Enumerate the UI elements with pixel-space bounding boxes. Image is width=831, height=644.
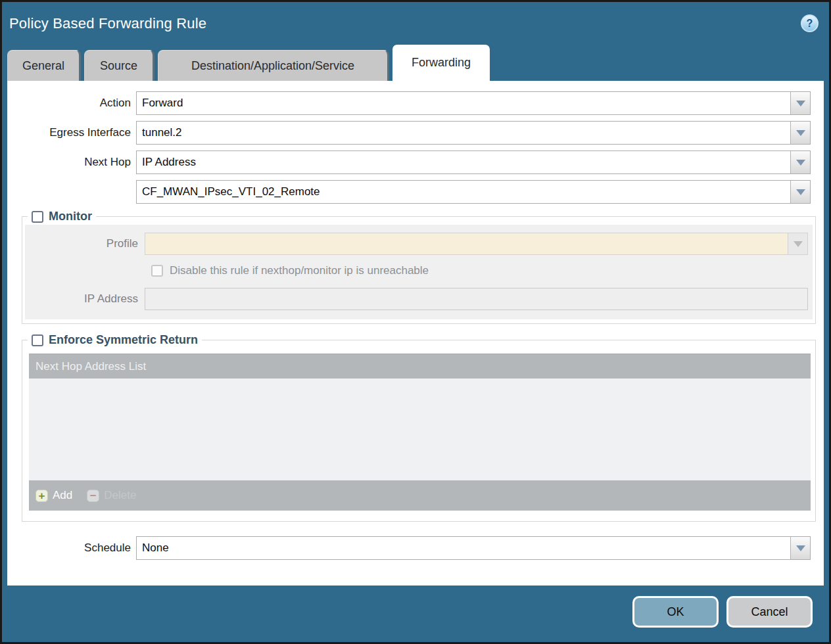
delete-button-label: Delete [104, 489, 136, 502]
next-hop-address-value: CF_MWAN_IPsec_VTI_02_Remote [137, 181, 790, 203]
chevron-down-icon [796, 130, 805, 136]
profile-dropdown-button [788, 233, 807, 254]
add-button[interactable]: + Add [36, 489, 72, 502]
next-hop-address-list-header: Next Hop Address List [29, 354, 811, 379]
profile-label: Profile [25, 237, 145, 250]
next-hop-type-select[interactable]: IP Address [136, 150, 811, 174]
monitor-ip-row: IP Address [25, 288, 813, 310]
schedule-value: None [137, 537, 790, 559]
disable-rule-label: Disable this rule if nexthop/monitor ip … [170, 264, 429, 277]
schedule-select[interactable]: None [136, 536, 811, 560]
tab-destination-application-service[interactable]: Destination/Application/Service [158, 50, 389, 81]
chevron-down-icon [796, 101, 805, 106]
next-hop-row: Next Hop IP Address [7, 150, 824, 174]
profile-select [145, 233, 808, 255]
disable-rule-checkbox [151, 265, 163, 277]
symmetric-return-legend-label: Enforce Symmetric Return [49, 333, 198, 347]
symmetric-return-legend: Enforce Symmetric Return [28, 333, 202, 347]
profile-value [145, 233, 788, 254]
next-hop-address-select[interactable]: CF_MWAN_IPsec_VTI_02_Remote [136, 180, 811, 204]
action-value: Forward [137, 92, 790, 114]
tab-forwarding[interactable]: Forwarding [392, 45, 490, 81]
next-hop-address-dropdown-button[interactable] [790, 181, 810, 203]
schedule-dropdown-button[interactable] [790, 537, 810, 559]
symmetric-return-fieldset: Enforce Symmetric Return Next Hop Addres… [22, 333, 816, 522]
monitor-fieldset: Monitor Profile Disable this rule if nex… [22, 210, 816, 324]
egress-interface-dropdown-button[interactable] [790, 122, 810, 144]
next-hop-type-value: IP Address [137, 151, 790, 173]
action-select[interactable]: Forward [136, 91, 811, 115]
disable-rule-row: Disable this rule if nexthop/monitor ip … [151, 264, 813, 277]
minus-icon: − [87, 490, 99, 502]
monitor-ip-input [145, 288, 808, 310]
egress-interface-label: Egress Interface [7, 126, 136, 139]
monitor-legend: Monitor [28, 210, 96, 223]
action-row: Action Forward [7, 91, 824, 115]
tab-source[interactable]: Source [84, 50, 154, 81]
dialog-titlebar: Policy Based Forwarding Rule ? [2, 2, 829, 45]
monitor-checkbox[interactable] [32, 211, 43, 223]
delete-button: − Delete [87, 489, 136, 502]
schedule-label: Schedule [7, 541, 136, 555]
action-label: Action [7, 97, 136, 110]
tab-general[interactable]: General [7, 50, 81, 81]
next-hop-address-list-body[interactable] [29, 379, 811, 480]
schedule-row: Schedule None [7, 536, 824, 560]
egress-interface-row: Egress Interface tunnel.2 [7, 121, 824, 145]
chevron-down-icon [796, 189, 805, 195]
pbf-rule-dialog: Policy Based Forwarding Rule ? General S… [0, 0, 831, 644]
monitor-panel: Profile Disable this rule if nexthop/mon… [25, 225, 813, 319]
ok-button[interactable]: OK [632, 596, 719, 628]
chevron-down-icon [796, 545, 805, 551]
dialog-footer: OK Cancel [2, 582, 829, 642]
profile-row: Profile [25, 233, 813, 255]
plus-icon: + [36, 490, 48, 502]
chevron-down-icon [796, 160, 805, 166]
next-hop-dropdown-button[interactable] [790, 151, 810, 173]
symmetric-return-checkbox[interactable] [32, 334, 43, 346]
table-toolbar: + Add − Delete [29, 480, 811, 511]
monitor-ip-label: IP Address [25, 292, 145, 306]
action-dropdown-button[interactable] [790, 92, 810, 114]
egress-interface-value: tunnel.2 [137, 122, 790, 144]
dialog-title: Policy Based Forwarding Rule [9, 15, 206, 32]
next-hop-label: Next Hop [7, 156, 136, 169]
next-hop-address-list-table: Next Hop Address List + Add − Delete [29, 354, 811, 511]
egress-interface-select[interactable]: tunnel.2 [136, 121, 811, 145]
next-hop-address-row: CF_MWAN_IPsec_VTI_02_Remote [7, 180, 824, 204]
tab-bar: General Source Destination/Application/S… [2, 45, 829, 81]
cancel-button[interactable]: Cancel [726, 596, 813, 628]
add-button-label: Add [53, 489, 72, 502]
chevron-down-icon [794, 241, 803, 247]
help-icon[interactable]: ? [801, 14, 819, 32]
forwarding-tab-panel: Action Forward Egress Interface tunnel.2… [7, 81, 824, 586]
monitor-legend-label: Monitor [49, 210, 92, 223]
